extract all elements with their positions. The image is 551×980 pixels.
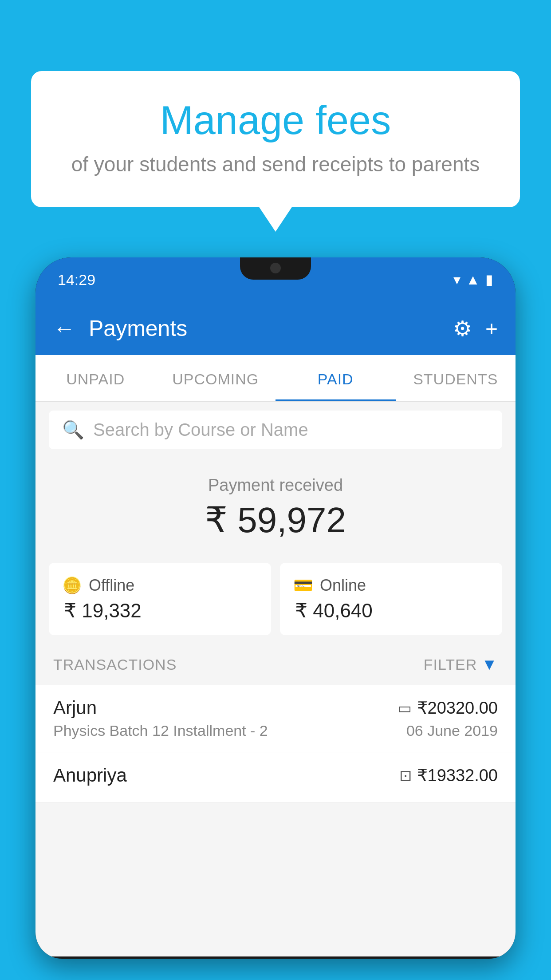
speech-bubble: Manage fees of your students and send re… [31,71,520,207]
transaction-amount: ₹19332.00 [417,766,498,785]
offline-card: 🪙 Offline ₹ 19,332 [49,563,271,635]
search-bar[interactable]: 🔍 Search by Course or Name [49,411,502,449]
card-payment-icon: ▭ [398,699,412,717]
add-icon[interactable]: + [485,316,498,341]
transactions-header: TRANSACTIONS FILTER ▼ [35,644,516,685]
phone-content: 🔍 Search by Course or Name Payment recei… [35,402,516,956]
table-row[interactable]: Arjun ▭ ₹20320.00 Physics Batch 12 Insta… [35,685,516,752]
notch [240,257,311,280]
app-bar: ← Payments ⚙ + [35,302,516,355]
front-camera [270,263,281,273]
transaction-top: Arjun ▭ ₹20320.00 [53,697,498,719]
offline-label: Offline [89,576,134,595]
bubble-subtitle: of your students and send receipts to pa… [67,152,484,176]
transaction-bottom: Physics Batch 12 Installment - 2 06 June… [53,722,498,739]
status-time: 14:29 [58,271,95,288]
battery-icon: ▮ [485,271,493,288]
back-button[interactable]: ← [53,316,75,341]
online-label: Online [320,576,366,595]
tab-bar: UNPAID UPCOMING PAID STUDENTS [35,355,516,402]
transaction-date: 06 June 2019 [406,722,498,739]
transaction-top: Anupriya ⊡ ₹19332.00 [53,765,498,786]
payment-summary: Payment received ₹ 59,972 [35,458,516,554]
tab-paid[interactable]: PAID [276,355,396,401]
payment-cards: 🪙 Offline ₹ 19,332 💳 Online ₹ 40,640 [49,563,502,635]
offline-amount: ₹ 19,332 [62,599,258,622]
online-card: 💳 Online ₹ 40,640 [280,563,502,635]
filter-icon: ▼ [481,655,498,674]
filter-label: FILTER [424,656,477,673]
app-bar-title: Payments [89,316,440,341]
search-input[interactable]: Search by Course or Name [93,420,308,440]
transaction-amount-wrap: ▭ ₹20320.00 [398,698,498,718]
table-row[interactable]: Anupriya ⊡ ₹19332.00 [35,752,516,802]
offline-payment-icon: ⊡ [399,767,412,784]
filter-button[interactable]: FILTER ▼ [424,655,498,674]
status-icons: ▾ ▲ ▮ [453,271,493,288]
transaction-amount: ₹20320.00 [417,698,498,718]
search-icon: 🔍 [62,419,84,440]
phone: 14:29 ▾ ▲ ▮ ← Payments ⚙ + UNPAID UPCOMI… [35,257,516,959]
signal-icon: ▲ [466,272,480,288]
wifi-icon: ▾ [453,271,460,288]
phone-container: 14:29 ▾ ▲ ▮ ← Payments ⚙ + UNPAID UPCOMI… [35,257,516,980]
transaction-name: Arjun [53,697,97,719]
online-card-header: 💳 Online [293,576,489,595]
settings-icon[interactable]: ⚙ [453,316,472,341]
tab-unpaid[interactable]: UNPAID [35,355,156,401]
payment-received-label: Payment received [44,476,507,495]
payment-total-amount: ₹ 59,972 [44,499,507,541]
tab-upcoming[interactable]: UPCOMING [156,355,276,401]
app-bar-actions: ⚙ + [453,316,498,341]
transactions-label: TRANSACTIONS [53,656,177,673]
transaction-amount-wrap: ⊡ ₹19332.00 [399,766,498,785]
transaction-name: Anupriya [53,765,127,786]
tab-students[interactable]: STUDENTS [396,355,516,401]
online-icon: 💳 [293,576,313,595]
transaction-course: Physics Batch 12 Installment - 2 [53,722,268,739]
offline-icon: 🪙 [62,576,82,595]
bubble-title: Manage fees [67,98,484,143]
online-amount: ₹ 40,640 [293,599,489,622]
offline-card-header: 🪙 Offline [62,576,258,595]
speech-bubble-container: Manage fees of your students and send re… [31,71,520,207]
